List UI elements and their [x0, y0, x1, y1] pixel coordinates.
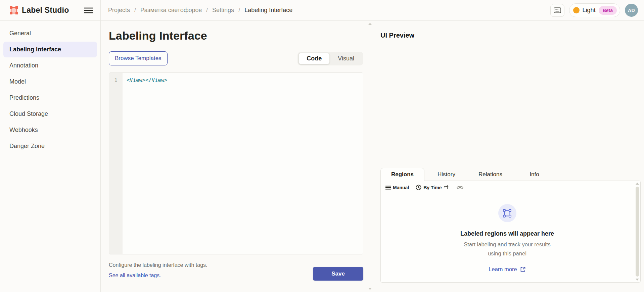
keyboard-shortcuts-button[interactable] [550, 4, 564, 17]
ui-preview-panel: UI Preview Regions History Relations Inf… [373, 21, 644, 292]
breadcrumb-separator: / [238, 7, 240, 14]
breadcrumb: Projects / Разметка светофоров / Setting… [101, 0, 292, 20]
menu-toggle-button[interactable] [84, 7, 93, 14]
ui-preview-title: UI Preview [380, 32, 644, 39]
sidebar-item-general[interactable]: General [3, 26, 97, 41]
toggle-visibility-button[interactable] [457, 185, 463, 190]
tab-history[interactable]: History [424, 168, 468, 181]
group-by-label: Manual [393, 185, 409, 190]
regions-scroll-down-icon[interactable] [636, 279, 639, 281]
tab-regions[interactable]: Regions [380, 168, 424, 181]
breadcrumb-separator: / [206, 7, 208, 14]
editor-code[interactable]: <View></View> [123, 73, 363, 254]
empty-state-subtitle: Start labeling and track your results us… [464, 240, 551, 258]
empty-state-circle [498, 204, 516, 222]
save-button[interactable]: Save [313, 267, 363, 281]
editor-line-number: 1 [109, 77, 123, 83]
sidebar-item-predictions[interactable]: Predictions [3, 90, 97, 106]
breadcrumb-labeling-interface[interactable]: Labeling Interface [244, 7, 292, 14]
user-avatar[interactable]: AD [625, 4, 638, 17]
group-by-manual-button[interactable]: Manual [385, 185, 409, 190]
keyboard-icon [554, 7, 561, 13]
regions-toolbar: Manual By Time [381, 181, 640, 194]
regions-scrollbar[interactable] [635, 182, 640, 281]
sidebar-item-danger-zone[interactable]: Danger Zone [3, 138, 97, 154]
learn-more-link[interactable]: Learn more [489, 266, 525, 273]
preview-tabs: Regions History Relations Info [380, 168, 556, 181]
regions-panel: Manual By Time [380, 181, 641, 283]
bounding-box-icon [503, 209, 511, 217]
label-studio-logo-icon [9, 6, 18, 15]
sidebar-item-model[interactable]: Model [3, 74, 97, 90]
main-scrollbar[interactable] [367, 21, 373, 292]
code-visual-toggle: Code Visual [297, 52, 363, 65]
regions-scroll-thumb[interactable] [636, 187, 639, 277]
scroll-down-arrow-icon[interactable] [368, 288, 372, 290]
sort-by-label: By Time [423, 185, 442, 190]
empty-state-subtitle-line2: using this panel [464, 249, 551, 258]
topbar: Label Studio Projects / Разметка светофо… [0, 0, 644, 21]
configure-hint-text: Configure the labeling interface with ta… [109, 260, 208, 270]
breadcrumb-projects[interactable]: Projects [108, 7, 130, 14]
regions-scroll-up-icon[interactable] [636, 183, 639, 185]
sort-order-icon [444, 185, 449, 190]
app-root: Label Studio Projects / Разметка светофо… [0, 0, 644, 292]
app-title: Label Studio [22, 6, 69, 15]
breadcrumb-project-name[interactable]: Разметка светофоров [140, 7, 202, 14]
clock-icon [416, 185, 421, 190]
group-list-icon [385, 186, 391, 190]
beta-badge: Beta [599, 6, 617, 15]
page-title: Labeling Interface [109, 29, 363, 42]
main-content: Labeling Interface Browse Templates Code… [101, 21, 367, 292]
toggle-code[interactable]: Code [298, 53, 330, 64]
tab-relations[interactable]: Relations [468, 168, 512, 181]
toggle-visual[interactable]: Visual [330, 53, 362, 64]
footer-hints: Configure the labeling interface with ta… [109, 260, 208, 281]
labeling-config-editor[interactable]: 1 <View></View> [109, 72, 363, 254]
breadcrumb-settings[interactable]: Settings [212, 7, 234, 14]
sidebar-item-webhooks[interactable]: Webhooks [3, 122, 97, 138]
learn-more-label: Learn more [489, 266, 517, 273]
empty-state-subtitle-line1: Start labeling and track your results [464, 240, 551, 249]
regions-empty-state: Labeled regions will appear here Start l… [381, 195, 634, 282]
theme-toggle[interactable]: Light Beta [569, 3, 620, 17]
sidebar-item-labeling-interface[interactable]: Labeling Interface [3, 42, 97, 57]
theme-label: Light [583, 7, 596, 14]
empty-state-title: Labeled regions will appear here [460, 230, 554, 237]
external-link-icon [520, 266, 526, 272]
scroll-up-arrow-icon[interactable] [368, 23, 372, 25]
logo-area: Label Studio [0, 0, 101, 20]
eye-icon [457, 185, 463, 190]
main-footer: Configure the labeling interface with ta… [109, 260, 363, 281]
topbar-right: Light Beta AD [550, 0, 644, 20]
tab-info[interactable]: Info [512, 168, 556, 181]
settings-sidebar: General Labeling Interface Annotation Mo… [0, 21, 101, 292]
editor-gutter: 1 [109, 73, 123, 254]
sidebar-item-annotation[interactable]: Annotation [3, 58, 97, 74]
browse-templates-button[interactable]: Browse Templates [109, 51, 168, 65]
see-all-tags-link[interactable]: See all available tags. [109, 270, 161, 281]
breadcrumb-separator: / [134, 7, 136, 14]
main-toolbar: Browse Templates Code Visual [109, 51, 363, 65]
theme-color-dot [573, 7, 580, 13]
sidebar-item-cloud-storage[interactable]: Cloud Storage [3, 106, 97, 122]
sort-by-time-button[interactable]: By Time [416, 185, 449, 190]
